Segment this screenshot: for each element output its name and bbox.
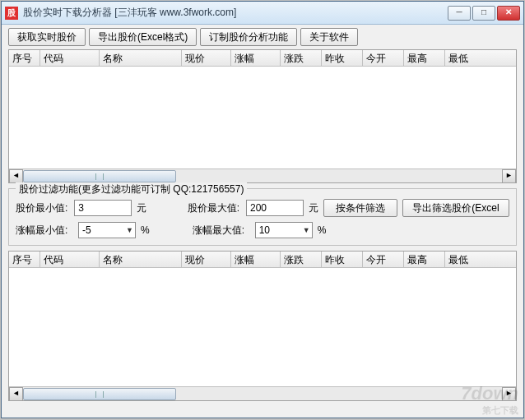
toolbar: 获取实时股价 导出股价(Excel格式) 订制股价分析功能 关于软件 [8, 28, 517, 46]
filter-groupbox: 股价过滤功能(更多过滤功能可订制 QQ:121756557) 股价最小值: 元 … [8, 188, 517, 246]
maximize-button[interactable]: □ [472, 6, 495, 21]
scroll-track[interactable] [23, 387, 502, 400]
col-low[interactable]: 最低 [445, 252, 481, 267]
scroll-track[interactable] [23, 169, 502, 182]
export-filtered-button[interactable]: 导出筛选股价(Excel格 [402, 199, 509, 217]
about-button[interactable]: 关于软件 [300, 28, 358, 46]
app-icon: 股 [5, 7, 18, 20]
col-open[interactable]: 今开 [363, 50, 404, 66]
col-name[interactable]: 名称 [100, 50, 182, 66]
col-open[interactable]: 今开 [363, 252, 404, 267]
col-seq[interactable]: 序号 [9, 50, 40, 66]
pct-min-label: 涨幅最小值: [16, 224, 73, 238]
bottom-grid-body[interactable] [9, 268, 516, 386]
col-prev-close[interactable]: 昨收 [322, 50, 363, 66]
filter-row-pct: 涨幅最小值: -5 ▼ % 涨幅最大值: 10 ▼ % [16, 222, 509, 238]
customize-button[interactable]: 订制股价分析功能 [200, 28, 297, 46]
col-change[interactable]: 涨跌 [281, 252, 322, 267]
price-min-label: 股价最小值: [16, 201, 69, 215]
app-window: 股 股价实时下载分析器 [三沣玩客 www.3fwork.com] ─ □ ✕ … [1, 1, 524, 418]
window-buttons: ─ □ ✕ [448, 6, 520, 21]
window-title: 股价实时下载分析器 [三沣玩客 www.3fwork.com] [23, 6, 448, 20]
col-seq[interactable]: 序号 [9, 252, 40, 267]
minimize-button[interactable]: ─ [448, 6, 471, 21]
scroll-thumb[interactable] [23, 170, 176, 182]
col-change[interactable]: 涨跌 [281, 50, 322, 66]
pct-max-select[interactable]: 10 ▼ [255, 222, 313, 238]
chevron-down-icon: ▼ [126, 226, 133, 234]
titlebar: 股 股价实时下载分析器 [三沣玩客 www.3fwork.com] ─ □ ✕ [2, 2, 523, 25]
col-high[interactable]: 最高 [404, 50, 445, 66]
pct-max-value: 10 [259, 224, 270, 236]
top-scrollbar: ◄ ► [9, 168, 516, 182]
fetch-realtime-button[interactable]: 获取实时股价 [8, 28, 86, 46]
pct-min-select[interactable]: -5 ▼ [78, 222, 136, 238]
bottom-scrollbar: ◄ ► [9, 386, 516, 400]
top-grid: 序号 代码 名称 现价 涨幅 涨跌 昨收 今开 最高 最低 ◄ ► [8, 49, 517, 183]
col-price[interactable]: 现价 [182, 252, 231, 267]
filter-legend: 股价过滤功能(更多过滤功能可订制 QQ:121756557) [16, 182, 247, 196]
export-excel-button[interactable]: 导出股价(Excel格式) [89, 28, 197, 46]
top-grid-header: 序号 代码 名称 现价 涨幅 涨跌 昨收 今开 最高 最低 [9, 50, 516, 67]
unit-pct-1: % [141, 224, 150, 236]
filter-buttons: 按条件筛选 导出筛选股价(Excel格 [323, 199, 509, 217]
content-area: 获取实时股价 导出股价(Excel格式) 订制股价分析功能 关于软件 序号 代码… [2, 25, 523, 404]
col-change-pct[interactable]: 涨幅 [231, 50, 281, 66]
unit-pct-2: % [318, 224, 327, 236]
chevron-down-icon: ▼ [303, 226, 310, 234]
scroll-left-button[interactable]: ◄ [9, 169, 23, 183]
top-grid-body[interactable] [9, 67, 516, 168]
price-max-label: 股价最大值: [188, 201, 241, 215]
price-min-input[interactable] [74, 200, 132, 216]
col-change-pct[interactable]: 涨幅 [231, 252, 281, 267]
scroll-right-button[interactable]: ► [502, 169, 516, 183]
col-name[interactable]: 名称 [100, 252, 182, 267]
col-low[interactable]: 最低 [445, 50, 481, 66]
apply-filter-button[interactable]: 按条件筛选 [323, 199, 397, 217]
bottom-grid: 序号 代码 名称 现价 涨幅 涨跌 昨收 今开 最高 最低 ◄ ► [8, 251, 517, 401]
price-max-input[interactable] [246, 200, 304, 216]
watermark: 7down 第七下载 [461, 383, 518, 417]
col-prev-close[interactable]: 昨收 [322, 252, 363, 267]
col-code[interactable]: 代码 [40, 50, 100, 66]
filter-row-price: 股价最小值: 元 股价最大值: 元 按条件筛选 导出筛选股价(Excel格 [16, 199, 509, 217]
scroll-thumb[interactable] [23, 388, 176, 400]
unit-yuan-2: 元 [309, 201, 318, 215]
unit-yuan-1: 元 [137, 201, 146, 215]
pct-min-value: -5 [82, 224, 91, 236]
close-button[interactable]: ✕ [497, 6, 520, 21]
scroll-left-button[interactable]: ◄ [9, 387, 23, 401]
bottom-grid-header: 序号 代码 名称 现价 涨幅 涨跌 昨收 今开 最高 最低 [9, 252, 516, 268]
col-high[interactable]: 最高 [404, 252, 445, 267]
col-code[interactable]: 代码 [40, 252, 100, 267]
pct-max-label: 涨幅最大值: [193, 224, 250, 238]
col-price[interactable]: 现价 [182, 50, 231, 66]
